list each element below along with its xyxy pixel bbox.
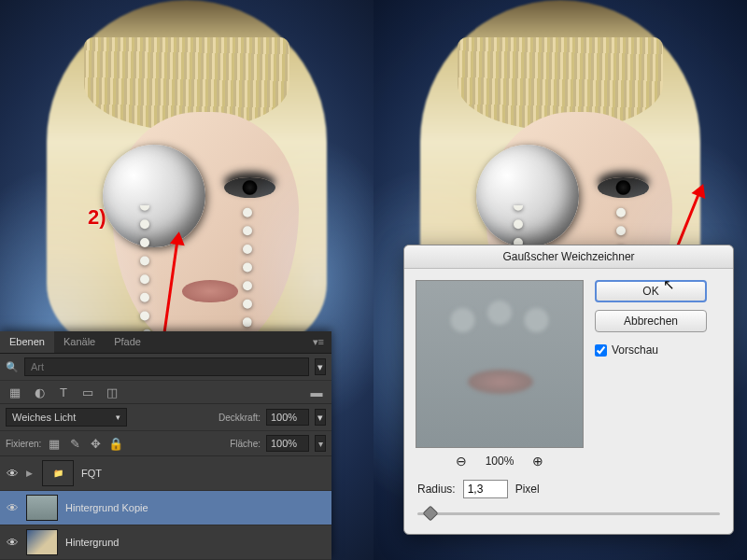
filter-pixel-icon[interactable]: ▦ (7, 385, 22, 399)
lock-transparency-icon[interactable]: ▦ (47, 436, 62, 451)
layer-thumbnail (26, 529, 58, 555)
cancel-button[interactable]: Abbrechen (595, 310, 707, 332)
opacity-value[interactable]: 100% (266, 409, 309, 426)
tab-paths[interactable]: Pfade (105, 331, 150, 353)
tab-layers[interactable]: Ebenen (0, 331, 54, 353)
group-expand-icon[interactable]: ▶ (26, 469, 33, 478)
fill-slider-icon[interactable]: ▾ (315, 435, 326, 452)
layer-row-selected[interactable]: 👁 Hintergrund Kopie (0, 491, 331, 525)
dialog-title: Gaußscher Weichzeichner (404, 245, 733, 269)
lock-pixels-icon[interactable]: ✎ (67, 436, 82, 451)
annotation-2: 2) (88, 205, 106, 230)
layer-thumbnail (26, 495, 58, 521)
radius-slider[interactable] (417, 506, 720, 521)
ok-button[interactable]: OK (595, 280, 707, 302)
zoom-in-icon[interactable]: ⊕ (530, 454, 545, 469)
radius-label: Radius: (417, 483, 456, 496)
folder-icon: 📁 (42, 460, 74, 486)
preview-checkbox-row[interactable]: Vorschau (595, 343, 707, 357)
filter-adjust-icon[interactable]: ◐ (32, 385, 47, 399)
layer-name: Hintergrund Kopie (65, 502, 148, 513)
preview-checkbox[interactable] (595, 344, 607, 357)
lock-position-icon[interactable]: ✥ (88, 436, 103, 451)
gaussian-blur-dialog: Gaußscher Weichzeichner ⊖ 100% ⊕ OK Abbr… (403, 245, 734, 535)
filter-preview[interactable] (416, 280, 584, 448)
layer-filter-input[interactable] (24, 357, 309, 376)
filter-shape-icon[interactable]: ▭ (80, 385, 95, 399)
filter-dropdown-icon[interactable]: ▾ (315, 358, 326, 375)
radius-input[interactable] (463, 480, 508, 498)
opacity-slider-icon[interactable]: ▾ (315, 409, 326, 426)
opacity-label: Deckkraft: (218, 413, 261, 423)
lock-all-icon[interactable]: 🔒 (108, 436, 123, 451)
zoom-out-icon[interactable]: ⊖ (454, 454, 469, 469)
lock-label: Fixieren: (6, 439, 41, 449)
visibility-toggle-icon[interactable]: 👁 (6, 467, 19, 481)
blend-mode-select[interactable]: Weiches Licht▾ (6, 408, 127, 427)
filter-icon-bar: ▦ ◐ T ▭ ◫ ▬ (0, 381, 331, 404)
zoom-value: 100% (486, 455, 514, 468)
filter-toggle-icon[interactable]: ▬ (309, 385, 324, 399)
layer-name: Hintergrund (65, 537, 119, 548)
panel-menu-icon[interactable]: ▾≡ (305, 331, 331, 353)
preview-checkbox-label: Vorschau (612, 343, 658, 357)
panel-tabs: Ebenen Kanäle Pfade ▾≡ (0, 331, 331, 354)
visibility-toggle-icon[interactable]: 👁 (6, 501, 19, 515)
layer-group-row[interactable]: 👁 ▶ 📁 FQT (0, 456, 331, 491)
layer-row-background[interactable]: 👁 Hintergrund (0, 525, 331, 560)
slider-handle[interactable] (423, 506, 439, 522)
tab-channels[interactable]: Kanäle (54, 331, 105, 353)
visibility-toggle-icon[interactable]: 👁 (6, 536, 19, 550)
layer-name: FQT (81, 468, 102, 479)
layers-panel: Ebenen Kanäle Pfade ▾≡ 🔍 ▾ ▦ ◐ T ▭ ◫ ▬ W… (0, 331, 331, 560)
radius-unit: Pixel (515, 483, 540, 496)
left-comparison-image: 2) 1) Ebenen Kanäle Pfade ▾≡ 🔍 ▾ ▦ ◐ T ▭… (0, 0, 374, 560)
filter-type-icon[interactable]: T (56, 385, 71, 399)
filter-smart-icon[interactable]: ◫ (105, 385, 120, 399)
blend-mode-value: Weiches Licht (12, 412, 76, 423)
fill-label: Fläche: (230, 439, 261, 449)
fill-value[interactable]: 100% (266, 435, 309, 452)
